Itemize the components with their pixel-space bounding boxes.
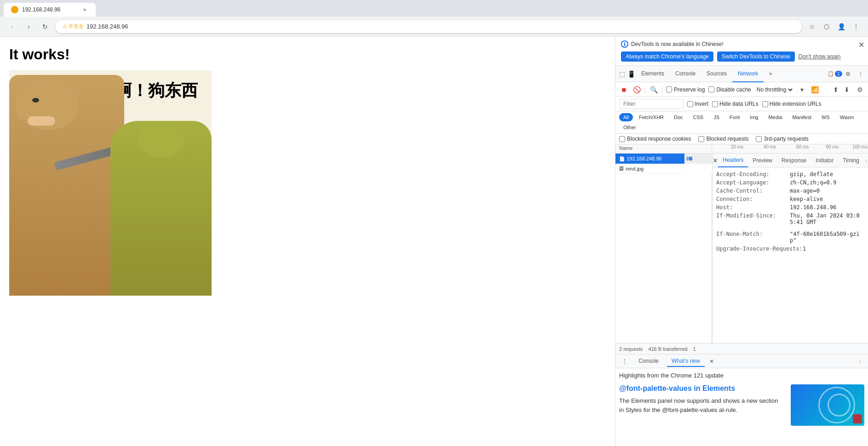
tab-console[interactable]: Console	[670, 66, 701, 82]
disable-cache-checkbox[interactable]: Disable cache	[708, 86, 751, 93]
forward-button[interactable]: ›	[22, 20, 35, 33]
tab-more[interactable]: »	[764, 66, 778, 82]
console-tab-console[interactable]: Console	[634, 356, 663, 367]
details-close-button[interactable]: ✕	[713, 155, 718, 166]
feature-title[interactable]: @font-palette-values in Elements	[619, 384, 783, 393]
inspect-element-icon[interactable]: ⬚	[617, 69, 627, 79]
console-scroll-right[interactable]: ›	[855, 357, 864, 366]
throttle-dropdown-icon[interactable]: ▾	[798, 85, 807, 94]
meme-image: 死啊！狗东西	[9, 70, 212, 296]
resource-tab-all[interactable]: All	[619, 113, 633, 121]
browser-tab[interactable]: 192.168.248.96 ✕	[4, 3, 96, 17]
banner-message: DevTools is now available in Chinese!	[631, 41, 724, 47]
tab-favicon	[11, 6, 18, 13]
info-icon: ℹ	[621, 40, 628, 48]
header-key-accept-encoding: Accept-Encoding:	[716, 171, 790, 177]
upload-icon[interactable]: ⬆	[831, 85, 840, 94]
menu-icon[interactable]: ⋮	[850, 20, 862, 33]
resource-tab-fetch[interactable]: Fetch/XHR	[635, 113, 668, 121]
details-content: Accept-Encoding: gzip, deflate Accept-La…	[713, 167, 868, 343]
resource-tab-css[interactable]: CSS	[689, 113, 708, 121]
header-value-host: 192.168.248.96	[790, 204, 836, 211]
errors-badge[interactable]: 📋 1	[829, 69, 840, 80]
profile-icon[interactable]: 👤	[835, 20, 848, 33]
invert-checkbox-input[interactable]	[687, 101, 693, 107]
resource-tab-manifest[interactable]: Manifest	[788, 113, 816, 121]
console-tab-whats-new[interactable]: What's new	[667, 356, 705, 367]
devtools-top-tabs: ⬚ 📱 Elements Console Sources Network » 📋…	[615, 66, 868, 82]
back-button[interactable]: ‹	[6, 20, 18, 33]
filter-input[interactable]	[619, 99, 684, 109]
header-row-accept-language: Accept-Language: zh-CN,zh;q=0.9	[716, 179, 864, 186]
extension-icon[interactable]: ⬡	[820, 20, 833, 33]
throttle-select[interactable]: No throttling Slow 3G Fast 3G	[755, 86, 794, 93]
tab-bar: 192.168.248.96 ✕	[0, 0, 868, 17]
switch-to-chinese-button[interactable]: Switch DevTools to Chinese	[717, 51, 795, 62]
resource-tab-ws[interactable]: WS	[817, 113, 834, 121]
device-emulation-icon[interactable]: 📱	[627, 69, 636, 79]
filter-icon[interactable]: 🔍	[649, 85, 658, 94]
record-button[interactable]: ⏺	[619, 85, 628, 94]
disable-cache-label: Disable cache	[716, 86, 751, 93]
request-details-panel: ✕ Headers Preview Response Initiator Tim…	[712, 154, 868, 343]
blocked-cookies-input[interactable]	[619, 136, 625, 142]
tab-elements[interactable]: Elements	[636, 66, 670, 82]
wifi-icon[interactable]: 📶	[811, 85, 820, 94]
timeline-label-80ms: 80 ms	[826, 144, 838, 149]
resource-tab-js[interactable]: JS	[709, 113, 724, 121]
header-value-if-modified-since: Thu, 04 Jan 2024 03:05:41 GMT	[790, 212, 864, 225]
tab-sources[interactable]: Sources	[701, 66, 732, 82]
resource-tab-media[interactable]: Media	[764, 113, 786, 121]
network-content-area: 📄 192.168.248.96 🖼 nmd.jpg	[615, 154, 868, 343]
details-scroll-right[interactable]: ›	[864, 156, 868, 165]
hide-extension-input[interactable]	[762, 101, 768, 107]
banner-close-button[interactable]: ✕	[858, 40, 864, 49]
address-input[interactable]: ⚠ 不安全 192.168.248.96	[55, 20, 802, 33]
timeline-label-100ms: 100 ms	[852, 144, 868, 149]
settings-gear-icon[interactable]: ⚙	[855, 85, 864, 94]
network-row-nmd-name: nmd.jpg	[626, 166, 644, 172]
bookmark-icon[interactable]: ☆	[805, 20, 818, 33]
invert-checkbox[interactable]: Invert	[687, 101, 708, 107]
stop-record-button[interactable]: 🚫	[632, 85, 641, 94]
resource-tab-img[interactable]: Img	[746, 113, 762, 121]
tab-network[interactable]: Network	[732, 66, 764, 82]
always-match-language-button[interactable]: Always match Chrome's language	[621, 51, 713, 62]
resource-tab-other[interactable]: Other	[619, 123, 640, 132]
hide-data-checkbox[interactable]: Hide data URLs	[712, 101, 759, 107]
resource-tab-wasm[interactable]: Wasm	[836, 113, 858, 121]
whats-new-close-button[interactable]: ✕	[709, 358, 714, 365]
details-tab-response[interactable]: Response	[777, 154, 811, 167]
details-tab-headers[interactable]: Headers	[718, 154, 748, 167]
details-tab-preview[interactable]: Preview	[748, 154, 777, 167]
hide-extension-checkbox[interactable]: Hide extension URLs	[762, 101, 822, 107]
details-tab-timing[interactable]: Timing	[838, 154, 864, 167]
devtools-banner: ℹ DevTools is now available in Chinese! …	[615, 37, 868, 66]
third-party-checkbox[interactable]: 3rd-party requests	[756, 136, 808, 142]
devtools-more-icon[interactable]: ⋮	[855, 69, 866, 80]
preserve-log-input[interactable]	[666, 86, 672, 92]
network-toolbar: ⏺ 🚫 🔍 Preserve log Disable cache No thro…	[615, 82, 868, 97]
reload-button[interactable]: ↻	[39, 20, 52, 33]
blocked-requests-input[interactable]	[698, 136, 704, 142]
disable-cache-input[interactable]	[708, 86, 714, 92]
preserve-log-checkbox[interactable]: Preserve log	[666, 86, 705, 93]
third-party-input[interactable]	[756, 136, 762, 142]
dont-show-again-button[interactable]: Don't show again	[799, 53, 841, 60]
resource-tab-doc[interactable]: Doc	[670, 113, 687, 121]
blocked-requests-checkbox[interactable]: Blocked requests	[698, 136, 748, 142]
settings-icon[interactable]: ⚙	[842, 69, 853, 80]
tab-close-button[interactable]: ✕	[81, 6, 88, 13]
resource-tab-font[interactable]: Font	[725, 113, 744, 121]
header-value-connection: keep-alive	[790, 196, 823, 202]
download-icon[interactable]: ⬇	[842, 85, 851, 94]
header-row-connection: Connection: keep-alive	[716, 196, 864, 202]
header-value-if-none-match: "4f-60e1601b5a509-gzip"	[790, 231, 864, 244]
timeline-label-40ms: 40 ms	[764, 144, 776, 149]
hide-data-input[interactable]	[712, 101, 718, 107]
browser-frame: 192.168.248.96 ✕ ‹ › ↻ ⚠ 不安全 192.168.248…	[0, 0, 868, 446]
header-key-host: Host:	[716, 204, 790, 211]
details-tab-initiator[interactable]: Initiator	[811, 154, 838, 167]
console-more-icon[interactable]: ⋮	[619, 356, 630, 367]
blocked-cookies-checkbox[interactable]: Blocked response cookies	[619, 136, 691, 142]
